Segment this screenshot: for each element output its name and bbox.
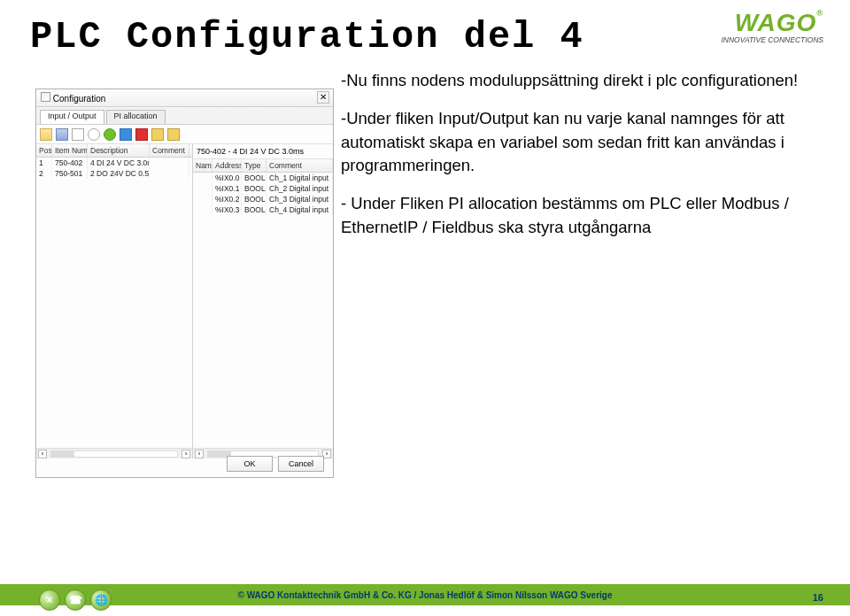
scroll-right-icon[interactable]: › <box>182 450 190 458</box>
col-com: Comment <box>150 144 189 157</box>
col-name: Name <box>193 159 212 172</box>
move-up-icon[interactable] <box>151 128 164 141</box>
io-toolbar <box>36 125 333 144</box>
footer-circles: × ☎ 🌐 <box>39 589 112 611</box>
bullets-block: -Nu finns nodens moduluppsättning direkt… <box>341 69 810 254</box>
configuration-window: Configuration ✕ Input / Output PI alloca… <box>35 89 334 478</box>
left-header-row: Pos. Item Number Description Comment <box>36 144 192 158</box>
insert-icon[interactable] <box>120 128 132 141</box>
bullet-1: -Nu finns nodens moduluppsättning direkt… <box>341 69 810 93</box>
table-row[interactable]: %IX0.3 BOOL Ch_4 Digital input <box>193 204 333 215</box>
brand-logo: WAGO® INNOVATIVE CONNECTIONS <box>721 9 823 44</box>
col-address: Address <box>212 159 242 172</box>
page-number: 16 <box>813 592 823 603</box>
scroll-left-icon[interactable]: ‹ <box>38 450 47 458</box>
tree-icon <box>41 92 50 102</box>
footer-text: © WAGO Kontakttechnik GmbH & Co. KG / Jo… <box>238 590 613 600</box>
brand-wordmark: WAGO® <box>735 9 823 37</box>
channel-pane: 750-402 - 4 DI 24 V DC 3.0ms Name Addres… <box>193 144 333 458</box>
zoom-icon[interactable] <box>88 128 100 141</box>
module-list-pane: Pos. Item Number Description Comment 1 7… <box>36 144 193 458</box>
col-type: Type <box>242 159 267 172</box>
left-scrollbar[interactable]: ‹ › <box>36 448 192 458</box>
window-title: Configuration <box>53 94 105 104</box>
tab-input-output[interactable]: Input / Output <box>40 110 104 124</box>
selected-module-label: 750-402 - 4 DI 24 V DC 3.0ms <box>193 144 333 159</box>
globe-circle-icon: 🌐 <box>90 589 112 611</box>
close-circle-icon: × <box>39 589 60 611</box>
export-icon[interactable] <box>72 128 84 141</box>
footer-bar: © WAGO Kontakttechnik GmbH & Co. KG / Jo… <box>0 584 850 605</box>
cancel-button[interactable]: Cancel <box>278 456 324 472</box>
open-icon[interactable] <box>40 128 52 141</box>
window-tabs: Input / Output PI allocation <box>36 107 333 125</box>
table-row[interactable]: 2 750-501 2 DO 24V DC 0.5A <box>36 168 192 179</box>
bullet-3: - Under Fliken PI allocation bestämms om… <box>341 192 810 240</box>
scroll-left-icon[interactable]: ‹ <box>195 450 204 458</box>
phone-circle-icon: ☎ <box>65 589 86 611</box>
ok-button[interactable]: OK <box>227 456 273 472</box>
brand-name: WAGO <box>735 9 817 36</box>
page-title: PLC Configuration del 4 <box>30 16 584 58</box>
save-icon[interactable] <box>56 128 68 141</box>
window-titlebar: Configuration ✕ <box>36 89 333 107</box>
table-row[interactable]: %IX0.2 BOOL Ch_3 Digital input <box>193 194 333 204</box>
close-icon[interactable]: ✕ <box>317 91 329 104</box>
move-down-icon[interactable] <box>167 128 180 141</box>
bullet-2: -Under fliken Input/Output kan nu varje … <box>341 107 810 178</box>
col-comment: Comment <box>267 159 333 172</box>
add-icon[interactable] <box>104 128 116 141</box>
col-desc: Description <box>88 144 150 157</box>
io-body: Pos. Item Number Description Comment 1 7… <box>36 144 333 458</box>
dialog-button-row: OK Cancel <box>227 456 324 472</box>
table-row[interactable]: 1 750-402 4 DI 24 V DC 3.0ms <box>36 158 192 168</box>
col-pos: Pos. <box>36 144 52 157</box>
table-row[interactable]: %IX0.0 BOOL Ch_1 Digital input <box>193 173 333 183</box>
reg-mark: ® <box>816 9 823 18</box>
delete-icon[interactable] <box>135 128 148 141</box>
table-row[interactable]: %IX0.1 BOOL Ch_2 Digital input <box>193 183 333 194</box>
tab-pi-allocation[interactable]: PI allocation <box>106 110 166 124</box>
col-item: Item Number <box>52 144 88 157</box>
right-header-row: Name Address Type Comment <box>193 159 333 173</box>
